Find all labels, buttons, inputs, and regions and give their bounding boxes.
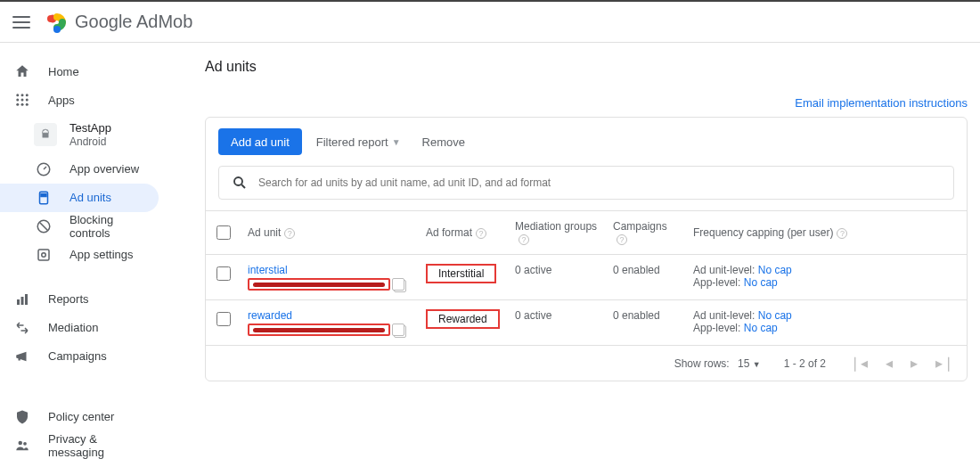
sidebar-item-label: App settings	[69, 248, 134, 261]
admob-logo-icon	[46, 12, 68, 33]
sidebar-item-label: Campaigns	[48, 349, 107, 363]
copy-icon[interactable]	[394, 280, 406, 292]
campaigns-cell: 0 enabled	[606, 300, 686, 346]
sidebar-item-label: Apps	[48, 94, 75, 107]
svg-point-1	[16, 94, 19, 96]
search-input[interactable]	[257, 176, 941, 190]
svg-point-22	[19, 441, 23, 446]
remove-button[interactable]: Remove	[422, 135, 465, 149]
help-icon[interactable]: ?	[837, 228, 847, 239]
chevron-down-icon: ▼	[392, 137, 401, 147]
megaphone-icon	[14, 348, 30, 365]
freq-cap-cell: Ad unit-level: No cap App-level: No cap	[686, 255, 967, 300]
cap-link[interactable]: No cap	[758, 264, 792, 276]
apps-icon	[14, 92, 30, 108]
sidebar-item-policy-center[interactable]: Policy center	[0, 403, 159, 431]
row-checkbox[interactable]	[216, 266, 231, 281]
col-format: Ad format	[426, 226, 472, 239]
sidebar-item-label: Blocking controls	[69, 213, 144, 240]
app-header: Google AdMob	[0, 2, 980, 43]
ad-unit-link[interactable]: rewarded	[248, 309, 412, 322]
freq-cap-cell: Ad unit-level: No cap App-level: No cap	[686, 300, 967, 346]
ad-format-badge: Interstitial	[426, 264, 496, 283]
cap-link[interactable]: No cap	[744, 322, 778, 334]
svg-rect-17	[38, 250, 49, 260]
col-mediation: Mediation groups	[515, 220, 597, 233]
page-next-icon[interactable]: ▸	[911, 355, 918, 372]
mediation-icon	[14, 320, 30, 336]
sidebar-item-blocking-controls-app[interactable]: Blocking controls	[0, 212, 159, 241]
select-all-checkbox[interactable]	[216, 225, 231, 240]
svg-point-4	[16, 99, 19, 102]
android-icon	[34, 123, 57, 146]
show-rows-select[interactable]: 15 ▼	[738, 357, 761, 370]
sidebar-item-app-settings[interactable]: App settings	[0, 241, 159, 269]
sidebar-item-app-overview[interactable]: App overview	[0, 155, 159, 184]
sidebar-item-home[interactable]: Home	[0, 57, 159, 86]
help-icon[interactable]: ?	[284, 228, 295, 239]
svg-point-5	[21, 99, 24, 102]
col-freq: Frequency capping (per user)	[693, 226, 833, 239]
cap-link[interactable]: No cap	[744, 276, 778, 289]
page-last-icon[interactable]: ▸❘	[935, 355, 954, 372]
svg-rect-21	[25, 294, 28, 305]
cap-link[interactable]: No cap	[758, 309, 792, 322]
gauge-icon	[36, 161, 52, 177]
help-icon[interactable]: ?	[519, 234, 529, 245]
sidebar-item-blocking-controls[interactable]: Blocking controls	[0, 460, 159, 467]
mediation-cell: 0 active	[508, 300, 606, 346]
ad-unit-link[interactable]: interstial	[248, 264, 412, 276]
svg-point-9	[26, 103, 29, 106]
svg-point-18	[42, 253, 46, 258]
copy-icon[interactable]	[394, 325, 406, 338]
filtered-report-dropdown[interactable]: Filtered report ▼	[316, 135, 401, 149]
svg-point-7	[16, 103, 19, 106]
table-footer: Show rows: 15 ▼ 1 - 2 of 2 ❘◂ ◂ ▸ ▸❘	[206, 346, 967, 381]
sidebar-item-ad-units[interactable]: Ad units	[0, 184, 159, 212]
svg-point-27	[234, 177, 242, 185]
ad-unit-id-redacted	[248, 324, 390, 336]
app-platform: Android	[69, 135, 111, 148]
col-campaigns: Campaigns	[613, 220, 667, 233]
table-row: interstial Interstitial 0 active 0 enabl…	[206, 255, 967, 300]
product-logo[interactable]: Google AdMob	[46, 12, 192, 33]
row-checkbox[interactable]	[216, 312, 231, 326]
sidebar-item-label: Ad units	[69, 191, 111, 204]
svg-point-3	[26, 94, 29, 96]
svg-point-6	[26, 99, 29, 102]
campaigns-cell: 0 enabled	[606, 255, 686, 300]
search-bar[interactable]	[218, 166, 954, 200]
add-ad-unit-button[interactable]: Add ad unit	[218, 128, 302, 155]
show-rows-label: Show rows:	[674, 357, 730, 370]
shield-icon	[14, 409, 30, 425]
help-icon[interactable]: ?	[617, 234, 627, 245]
email-instructions-link[interactable]: Email implementation instructions	[795, 96, 968, 110]
page-prev-icon[interactable]: ◂	[886, 355, 893, 372]
block-icon	[36, 218, 52, 234]
people-icon	[14, 438, 30, 454]
svg-rect-15	[41, 193, 46, 196]
svg-point-0	[53, 26, 61, 33]
page-first-icon[interactable]: ❘◂	[849, 355, 868, 372]
sidebar-item-campaigns[interactable]: Campaigns	[0, 342, 159, 371]
svg-rect-19	[17, 299, 20, 305]
ad-unit-icon	[36, 190, 52, 206]
sidebar-item-label: Reports	[48, 292, 89, 306]
page-title: Ad units	[205, 59, 968, 75]
sidebar-item-reports[interactable]: Reports	[0, 285, 159, 314]
ad-unit-id-redacted	[248, 278, 390, 291]
sidebar-app-block[interactable]: TestApp Android	[0, 118, 178, 152]
home-icon	[14, 63, 30, 79]
sidebar-item-label: Home	[48, 65, 79, 78]
sidebar-item-privacy[interactable]: Privacy & messaging	[0, 431, 159, 460]
sidebar-item-apps[interactable]: Apps	[0, 86, 159, 114]
svg-point-11	[46, 131, 47, 132]
chevron-down-icon: ▼	[753, 360, 761, 369]
product-name: Google AdMob	[75, 12, 192, 32]
help-icon[interactable]: ?	[476, 228, 486, 239]
menu-icon[interactable]	[12, 13, 30, 31]
svg-point-2	[21, 94, 24, 96]
settings-square-icon	[36, 247, 52, 263]
sidebar-item-mediation[interactable]: Mediation	[0, 314, 159, 342]
col-ad-unit: Ad unit	[248, 226, 281, 239]
